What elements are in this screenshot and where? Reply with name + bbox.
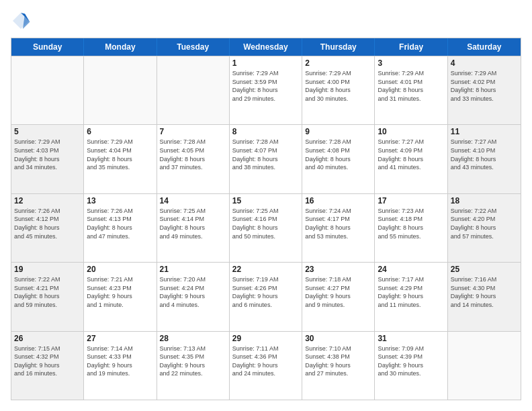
day-number: 4 — [451, 58, 518, 68]
day-header-monday: Monday — [84, 38, 157, 56]
day-cell: 21Sunrise: 7:20 AM Sunset: 4:24 PM Dayli… — [157, 263, 230, 330]
day-number: 26 — [14, 334, 81, 343]
day-header-saturday: Saturday — [448, 38, 521, 56]
day-headers: SundayMondayTuesdayWednesdayThursdayFrid… — [11, 38, 521, 56]
day-cell: 31Sunrise: 7:09 AM Sunset: 4:39 PM Dayli… — [375, 332, 447, 400]
day-number: 29 — [232, 334, 299, 343]
day-info: Sunrise: 7:27 AM Sunset: 4:10 PM Dayligh… — [451, 138, 518, 171]
day-cell: 4Sunrise: 7:29 AM Sunset: 4:02 PM Daylig… — [448, 56, 521, 124]
day-info: Sunrise: 7:24 AM Sunset: 4:17 PM Dayligh… — [305, 207, 371, 240]
day-number: 13 — [87, 196, 153, 205]
day-info: Sunrise: 7:19 AM Sunset: 4:26 PM Dayligh… — [232, 275, 299, 309]
day-info: Sunrise: 7:16 AM Sunset: 4:30 PM Dayligh… — [451, 275, 518, 309]
day-number: 2 — [305, 58, 371, 68]
day-info: Sunrise: 7:22 AM Sunset: 4:20 PM Dayligh… — [451, 207, 518, 240]
day-info: Sunrise: 7:29 AM Sunset: 4:01 PM Dayligh… — [378, 69, 444, 103]
day-cell: 19Sunrise: 7:22 AM Sunset: 4:21 PM Dayli… — [11, 263, 84, 330]
day-number: 5 — [14, 127, 81, 136]
day-number: 1 — [232, 58, 299, 68]
logo-icon — [11, 11, 31, 31]
day-number: 19 — [14, 265, 81, 274]
day-number: 8 — [232, 127, 299, 136]
day-cell: 30Sunrise: 7:10 AM Sunset: 4:38 PM Dayli… — [302, 332, 375, 400]
day-cell: 7Sunrise: 7:28 AM Sunset: 4:05 PM Daylig… — [157, 125, 230, 193]
day-cell: 22Sunrise: 7:19 AM Sunset: 4:26 PM Dayli… — [230, 263, 302, 330]
week-row-4: 19Sunrise: 7:22 AM Sunset: 4:21 PM Dayli… — [11, 262, 521, 330]
day-number: 25 — [451, 265, 518, 274]
day-cell: 17Sunrise: 7:23 AM Sunset: 4:18 PM Dayli… — [375, 194, 447, 262]
day-cell: 29Sunrise: 7:11 AM Sunset: 4:36 PM Dayli… — [230, 332, 302, 400]
day-info: Sunrise: 7:29 AM Sunset: 4:03 PM Dayligh… — [14, 138, 81, 171]
day-header-friday: Friday — [375, 38, 447, 56]
day-cell: 1Sunrise: 7:29 AM Sunset: 3:59 PM Daylig… — [230, 56, 302, 124]
day-number: 20 — [87, 265, 153, 274]
day-info: Sunrise: 7:29 AM Sunset: 3:59 PM Dayligh… — [232, 69, 299, 103]
day-info: Sunrise: 7:21 AM Sunset: 4:23 PM Dayligh… — [87, 275, 153, 309]
day-cell: 2Sunrise: 7:29 AM Sunset: 4:00 PM Daylig… — [302, 56, 375, 124]
day-info: Sunrise: 7:26 AM Sunset: 4:12 PM Dayligh… — [14, 207, 81, 240]
day-number: 6 — [87, 127, 153, 136]
day-header-sunday: Sunday — [11, 38, 84, 56]
day-cell: 10Sunrise: 7:27 AM Sunset: 4:09 PM Dayli… — [375, 125, 447, 193]
day-number: 12 — [14, 196, 81, 205]
day-info: Sunrise: 7:09 AM Sunset: 4:39 PM Dayligh… — [378, 345, 444, 378]
day-cell: 20Sunrise: 7:21 AM Sunset: 4:23 PM Dayli… — [84, 263, 157, 330]
day-info: Sunrise: 7:25 AM Sunset: 4:14 PM Dayligh… — [160, 207, 226, 240]
day-cell: 28Sunrise: 7:13 AM Sunset: 4:35 PM Dayli… — [157, 332, 230, 400]
day-info: Sunrise: 7:28 AM Sunset: 4:07 PM Dayligh… — [232, 138, 299, 171]
page: SundayMondayTuesdayWednesdayThursdayFrid… — [0, 0, 532, 411]
day-number: 31 — [378, 334, 444, 343]
day-info: Sunrise: 7:29 AM Sunset: 4:04 PM Dayligh… — [87, 138, 153, 171]
day-number: 9 — [305, 127, 371, 136]
day-info: Sunrise: 7:11 AM Sunset: 4:36 PM Dayligh… — [232, 345, 299, 378]
day-number: 27 — [87, 334, 153, 343]
day-cell: 11Sunrise: 7:27 AM Sunset: 4:10 PM Dayli… — [448, 125, 521, 193]
day-cell: 18Sunrise: 7:22 AM Sunset: 4:20 PM Dayli… — [448, 194, 521, 262]
logo — [11, 11, 34, 31]
day-cell: 8Sunrise: 7:28 AM Sunset: 4:07 PM Daylig… — [230, 125, 302, 193]
day-number: 15 — [232, 196, 299, 205]
day-number: 11 — [451, 127, 518, 136]
day-number: 22 — [232, 265, 299, 274]
day-cell: 24Sunrise: 7:17 AM Sunset: 4:29 PM Dayli… — [375, 263, 447, 330]
day-number: 23 — [305, 265, 371, 274]
day-header-thursday: Thursday — [302, 38, 375, 56]
day-cell: 15Sunrise: 7:25 AM Sunset: 4:16 PM Dayli… — [230, 194, 302, 262]
day-info: Sunrise: 7:10 AM Sunset: 4:38 PM Dayligh… — [305, 345, 371, 378]
day-number: 14 — [160, 196, 226, 205]
day-info: Sunrise: 7:28 AM Sunset: 4:05 PM Dayligh… — [160, 138, 226, 171]
week-row-2: 5Sunrise: 7:29 AM Sunset: 4:03 PM Daylig… — [11, 124, 521, 193]
day-info: Sunrise: 7:14 AM Sunset: 4:33 PM Dayligh… — [87, 345, 153, 378]
day-info: Sunrise: 7:26 AM Sunset: 4:13 PM Dayligh… — [87, 207, 153, 240]
day-cell: 13Sunrise: 7:26 AM Sunset: 4:13 PM Dayli… — [84, 194, 157, 262]
day-info: Sunrise: 7:22 AM Sunset: 4:21 PM Dayligh… — [14, 275, 81, 309]
day-cell: 3Sunrise: 7:29 AM Sunset: 4:01 PM Daylig… — [375, 56, 447, 124]
day-cell: 12Sunrise: 7:26 AM Sunset: 4:12 PM Dayli… — [11, 194, 84, 262]
day-cell: 6Sunrise: 7:29 AM Sunset: 4:04 PM Daylig… — [84, 125, 157, 193]
day-info: Sunrise: 7:27 AM Sunset: 4:09 PM Dayligh… — [378, 138, 444, 171]
day-info: Sunrise: 7:13 AM Sunset: 4:35 PM Dayligh… — [160, 345, 226, 378]
day-cell: 23Sunrise: 7:18 AM Sunset: 4:27 PM Dayli… — [302, 263, 375, 330]
day-cell — [84, 56, 157, 124]
day-cell — [11, 56, 84, 124]
calendar: SundayMondayTuesdayWednesdayThursdayFrid… — [11, 38, 521, 400]
day-cell: 14Sunrise: 7:25 AM Sunset: 4:14 PM Dayli… — [157, 194, 230, 262]
day-cell: 9Sunrise: 7:28 AM Sunset: 4:08 PM Daylig… — [302, 125, 375, 193]
calendar-body: 1Sunrise: 7:29 AM Sunset: 3:59 PM Daylig… — [11, 56, 521, 400]
day-header-wednesday: Wednesday — [230, 38, 302, 56]
day-number: 21 — [160, 265, 226, 274]
header — [11, 11, 521, 31]
day-info: Sunrise: 7:15 AM Sunset: 4:32 PM Dayligh… — [14, 345, 81, 378]
day-info: Sunrise: 7:23 AM Sunset: 4:18 PM Dayligh… — [378, 207, 444, 240]
day-number: 17 — [378, 196, 444, 205]
day-cell: 27Sunrise: 7:14 AM Sunset: 4:33 PM Dayli… — [84, 332, 157, 400]
day-info: Sunrise: 7:25 AM Sunset: 4:16 PM Dayligh… — [232, 207, 299, 240]
week-row-3: 12Sunrise: 7:26 AM Sunset: 4:12 PM Dayli… — [11, 193, 521, 262]
day-number: 10 — [378, 127, 444, 136]
day-info: Sunrise: 7:17 AM Sunset: 4:29 PM Dayligh… — [378, 275, 444, 309]
day-info: Sunrise: 7:29 AM Sunset: 4:02 PM Dayligh… — [451, 69, 518, 103]
week-row-1: 1Sunrise: 7:29 AM Sunset: 3:59 PM Daylig… — [11, 56, 521, 124]
day-number: 3 — [378, 58, 444, 68]
day-number: 18 — [451, 196, 518, 205]
day-info: Sunrise: 7:20 AM Sunset: 4:24 PM Dayligh… — [160, 275, 226, 309]
